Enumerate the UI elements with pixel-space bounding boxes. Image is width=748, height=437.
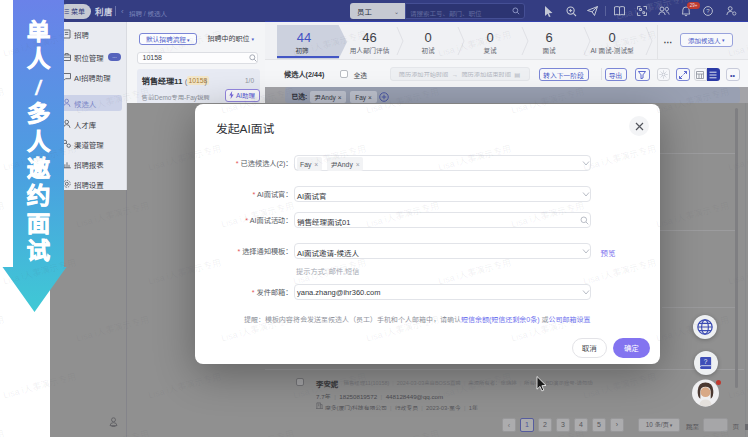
svg-text:试: 试: [27, 232, 51, 266]
svg-text:?: ?: [706, 8, 710, 14]
svg-text:?: ?: [704, 358, 708, 365]
